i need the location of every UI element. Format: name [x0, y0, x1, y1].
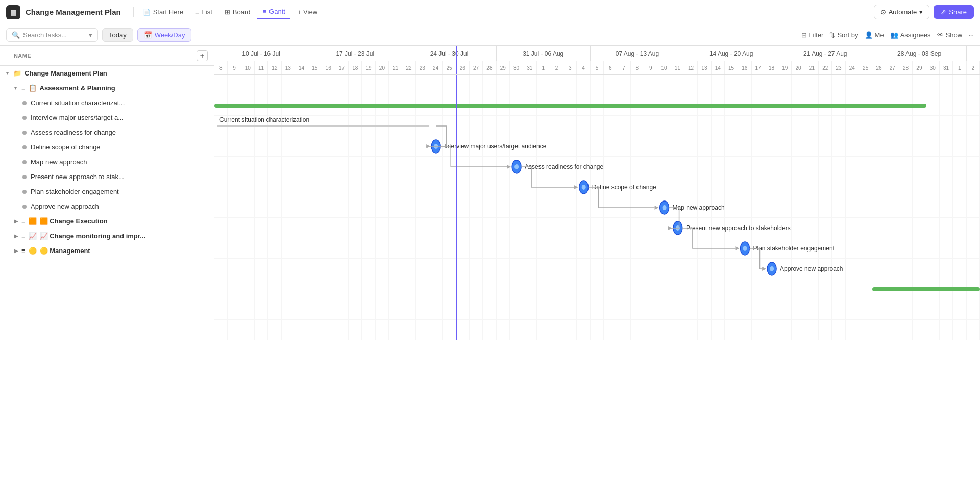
board-icon: ⊞ [225, 8, 230, 16]
share-button[interactable]: ⇗ Share [934, 5, 974, 19]
gantt-day-label: 7 [617, 61, 630, 74]
svg-marker-9 [655, 206, 659, 210]
gantt-day-label: 17 [335, 61, 349, 74]
tree-item-ap3[interactable]: Assess readiness for change [0, 125, 214, 140]
gantt-day-label: 8 [631, 61, 644, 74]
today-button[interactable]: Today [102, 28, 133, 42]
sort-by-button[interactable]: ⇅ Sort by [829, 31, 858, 39]
main-layout: ≡ NAME + ▾ 📁 Change Management Plan ▾ ≡ … [0, 46, 980, 477]
gantt-day-label: 11 [671, 61, 684, 74]
nav-start-here-label: Start Here [153, 8, 183, 16]
me-button[interactable]: 👤 Me [865, 31, 884, 39]
svg-marker-3 [426, 144, 430, 148]
gantt-day-label: 28 [483, 61, 496, 74]
gantt-day-label: 10 [657, 61, 671, 74]
gantt-icon: ≡ [262, 8, 266, 15]
left-header: ≡ NAME + [0, 46, 214, 66]
svg-point-8 [663, 205, 667, 210]
gantt-day-label: 11 [255, 61, 268, 74]
gantt-day-label: 30 [926, 61, 940, 74]
nav-start-here[interactable]: 📄 Start Here [138, 6, 188, 18]
automate-icon: ⊙ [880, 8, 886, 16]
tree-item-cm[interactable]: ▶ ≡ 📈 📈 Change monitoring and impr... [0, 229, 214, 243]
start-here-icon: 📄 [143, 9, 151, 16]
task-dot-ap5 [22, 160, 27, 164]
gantt-day-label: 21 [805, 61, 819, 74]
more-options-button[interactable]: ··· [968, 31, 974, 39]
tree-item-ap7[interactable]: Plan stakeholder engagement [0, 184, 214, 199]
cm-icon: 📈 [29, 232, 37, 240]
gantt-day-label: 24 [846, 61, 859, 74]
svg-point-14 [770, 266, 774, 271]
gantt-day-label: 27 [886, 61, 899, 74]
gantt-month-label: 10 Jul - 16 Jul [214, 46, 308, 61]
gantt-day-label: 18 [765, 61, 778, 74]
nav-board[interactable]: ⊞ Board [219, 6, 256, 18]
filter-icon: ⊟ [801, 31, 807, 39]
menu-icon[interactable]: ≡ [6, 53, 10, 59]
task-dot-ap4 [22, 145, 27, 149]
share-icon: ⇗ [941, 8, 946, 16]
milestone-label: Assess readiness for change [525, 163, 603, 170]
gantt-day-label: 2 [967, 61, 980, 74]
milestone-label: Present new approach to stakeholders [686, 224, 791, 232]
cm-list-icon: ≡ [21, 232, 26, 240]
milestone-label: Approve new approach [780, 265, 843, 272]
mg-icon: 🟡 [29, 247, 37, 255]
milestone-label: Plan stakeholder engagement [753, 245, 835, 252]
ce-list-icon: ≡ [21, 217, 26, 225]
tree-item-root[interactable]: ▾ 📁 Change Management Plan [0, 66, 214, 81]
sort-icon: ⇅ [829, 31, 835, 39]
filter-label: Filter [809, 31, 824, 39]
today-line: Today [456, 75, 457, 340]
gantt-day-label: 28 [899, 61, 913, 74]
tree-item-mg[interactable]: ▶ ≡ 🟡 🟡 Management [0, 243, 214, 258]
nav-add-view[interactable]: + View [292, 6, 323, 18]
gantt-svg: Current situation characterizationInterv… [214, 75, 980, 340]
tree-item-ap2[interactable]: Interview major users/target a... [0, 110, 214, 125]
search-box[interactable]: 🔍 Search tasks... ▾ [6, 28, 98, 42]
tree-item-ap6[interactable]: Present new approach to stak... [0, 169, 214, 184]
ap8-label: Approve new approach [31, 203, 99, 210]
gantt-day-label: 10 [241, 61, 255, 74]
add-column-button[interactable]: + [197, 50, 208, 61]
weekday-button[interactable]: 📅 Week/Day [137, 28, 192, 42]
nav-list[interactable]: ≡ List [190, 6, 217, 18]
gantt-day-label: 20 [376, 61, 389, 74]
nav-list-label: List [202, 8, 212, 16]
project-title: Change Management Plan [26, 8, 121, 16]
cm-label: 📈 Change monitoring and impr... [40, 232, 145, 240]
tree-item-ce[interactable]: ▶ ≡ 🟧 🟧 Change Execution [0, 214, 214, 229]
gantt-day-label: 17 [752, 61, 765, 74]
tree-item-ap[interactable]: ▾ ≡ 📋 Assessment & Planning [0, 81, 214, 95]
nav-board-label: Board [233, 8, 251, 16]
gantt-month-label: 14 Aug - 20 Aug [684, 46, 778, 61]
task-dot-ap3 [22, 131, 27, 135]
automate-button[interactable]: ⊙ Automate ▾ [874, 5, 930, 19]
tree-item-ap4[interactable]: Define scope of change [0, 140, 214, 155]
top-nav-right: ⊙ Automate ▾ ⇗ Share [874, 5, 974, 19]
gantt-day-label: 26 [456, 61, 470, 74]
gantt-days-row: 8910111213141516171819202122232425262728… [214, 61, 980, 74]
svg-text:Current situation characteriza: Current situation characterization [219, 116, 309, 123]
filter-button[interactable]: ⊟ Filter [801, 31, 824, 39]
gantt-day-label: 29 [497, 61, 510, 74]
expand-root-arrow: ▾ [6, 70, 13, 76]
gantt-month-label: 17 Jul - 23 Jul [308, 46, 402, 61]
show-button[interactable]: 👁 Show [937, 31, 963, 39]
folder-icon: 📁 [13, 69, 21, 77]
assignees-button[interactable]: 👥 Assignees [890, 31, 931, 39]
svg-marker-5 [507, 165, 511, 169]
nav-gantt[interactable]: ≡ Gantt [257, 5, 290, 19]
tree-item-ap1[interactable]: Current situation characterizat... [0, 95, 214, 110]
svg-point-12 [743, 246, 747, 251]
gantt-day-label: 12 [684, 61, 698, 74]
task-dot-ap6 [22, 175, 27, 179]
gantt-day-label: 26 [872, 61, 886, 74]
gantt-day-label: 27 [470, 61, 483, 74]
tree-item-ap8[interactable]: Approve new approach [0, 199, 214, 214]
left-panel: ≡ NAME + ▾ 📁 Change Management Plan ▾ ≡ … [0, 46, 214, 477]
gantt-day-label: 25 [443, 61, 456, 74]
expand-ap-arrow: ▾ [14, 85, 21, 91]
tree-item-ap5[interactable]: Map new approach [0, 155, 214, 169]
